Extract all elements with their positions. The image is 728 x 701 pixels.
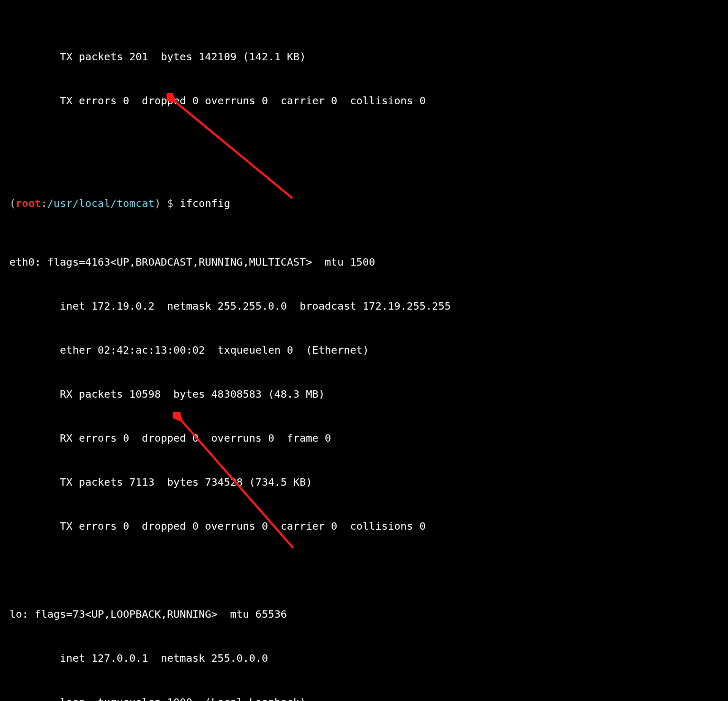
output-line: inet 127.0.0.1 netmask 255.0.0.0 xyxy=(9,651,719,665)
prompt-sigil: $ xyxy=(161,197,180,210)
output-line: ether 02:42:ac:13:00:02 txqueuelen 0 (Et… xyxy=(9,343,719,357)
output-line: TX packets 7113 bytes 734528 (734.5 KB) xyxy=(9,475,719,489)
prompt-line: (root:/usr/local/tomcat) $ ifconfig xyxy=(9,196,719,211)
output-line: RX packets 10598 bytes 48308583 (48.3 MB… xyxy=(9,387,719,401)
output-line: lo: flags=73<UP,LOOPBACK,RUNNING> mtu 65… xyxy=(9,607,719,621)
output-line: inet 172.19.0.2 netmask 255.255.0.0 broa… xyxy=(9,299,719,313)
prompt-user: root xyxy=(16,197,41,210)
blank-line xyxy=(9,563,719,577)
output-line: eth0: flags=4163<UP,BROADCAST,RUNNING,MU… xyxy=(9,255,719,269)
terminal-output[interactable]: TX packets 201 bytes 142109 (142.1 KB) T… xyxy=(0,0,728,701)
output-line: TX errors 0 dropped 0 overruns 0 carrier… xyxy=(9,93,719,108)
prompt-sep: : xyxy=(41,197,47,210)
output-line: TX errors 0 dropped 0 overruns 0 carrier… xyxy=(9,519,719,533)
prompt-close: ) xyxy=(155,197,161,210)
prompt-open: ( xyxy=(9,197,16,210)
prompt-path: /usr/local/tomcat xyxy=(47,197,155,210)
output-line: TX packets 201 bytes 142109 (142.1 KB) xyxy=(9,49,719,64)
output-line: loop txqueuelen 1000 (Local Loopback) xyxy=(9,695,719,701)
command-text: ifconfig xyxy=(180,197,230,210)
blank-line xyxy=(9,137,719,152)
output-line: RX errors 0 dropped 0 overruns 0 frame 0 xyxy=(9,431,719,445)
